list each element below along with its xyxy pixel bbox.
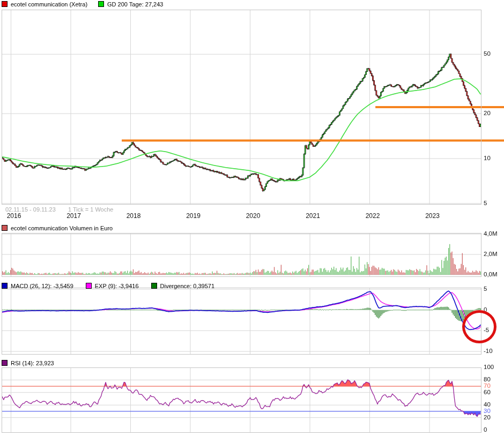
exp-label: EXP (9): -3,9416 bbox=[95, 283, 139, 289]
price-axis-tick: 10 bbox=[484, 155, 491, 161]
volume-panel-legend: ecotel communication Volumen in Euro bbox=[2, 224, 113, 231]
rsi-axis-tick: 40 bbox=[484, 401, 491, 408]
price-axis-tick: 20 bbox=[484, 110, 491, 116]
rsi-panel-legend: RSI (14): 23,923 bbox=[2, 359, 54, 366]
divergence-label: Divergence: 0,39571 bbox=[160, 283, 215, 289]
rsi-swatch-icon bbox=[2, 360, 8, 366]
gd200-legend: GD 200 Tage: 27,243 bbox=[98, 1, 163, 7]
rsi-axis-tick: 70 bbox=[484, 382, 491, 389]
x-axis-year: 2021 bbox=[306, 212, 320, 220]
exp-legend: EXP (9): -3,9416 bbox=[86, 283, 139, 289]
rsi-axis-tick: 0 bbox=[484, 426, 487, 433]
price-axis-tick: 50 bbox=[484, 50, 491, 57]
divergence-swatch-icon bbox=[151, 283, 157, 289]
gd200-label: GD 200 Tage: 27,243 bbox=[107, 1, 163, 7]
macd-axis-tick: -10 bbox=[484, 348, 493, 354]
volume-legend: ecotel communication Volumen in Euro bbox=[2, 225, 113, 231]
exp-swatch-icon bbox=[86, 283, 92, 289]
x-axis-year: 2016 bbox=[7, 212, 21, 220]
macd-legend: MACD (26, 12): -3,5459 bbox=[2, 283, 73, 289]
price-series-legend: ecotel communication (Xetra) bbox=[2, 1, 87, 7]
rsi-axis-tick: 20 bbox=[484, 414, 491, 420]
x-axis-year: 2019 bbox=[186, 212, 201, 220]
rsi-axis-tick: 30 bbox=[484, 408, 491, 414]
volume-axis-tick: 2,0M bbox=[484, 251, 498, 257]
gd200-swatch-icon bbox=[98, 1, 104, 7]
rsi-label: RSI (14): 23,923 bbox=[11, 360, 54, 366]
rsi-axis-tick: 60 bbox=[484, 389, 491, 395]
volume-axis-tick: 4,0M bbox=[484, 230, 498, 237]
red-circle-annotation bbox=[462, 310, 496, 343]
chart-page: ecotel communication (Xetra) GD 200 Tage… bbox=[0, 0, 504, 436]
price-series-label: ecotel communication (Xetra) bbox=[11, 1, 87, 7]
divergence-legend: Divergence: 0,39571 bbox=[151, 283, 215, 289]
price-series-swatch-icon bbox=[2, 1, 8, 7]
x-axis-year: 2017 bbox=[66, 212, 81, 220]
macd-label: MACD (26, 12): -3,5459 bbox=[11, 283, 73, 289]
rsi-legend: RSI (14): 23,923 bbox=[2, 360, 54, 366]
x-axis-year: 2022 bbox=[366, 212, 380, 220]
volume-swatch-icon bbox=[2, 225, 8, 231]
price-axis-tick: 5 bbox=[484, 200, 487, 206]
macd-axis-tick: 5 bbox=[484, 285, 487, 292]
x-axis-year: 2018 bbox=[127, 212, 141, 220]
rsi-axis-tick: 80 bbox=[484, 376, 491, 382]
rsi-axis-tick: 100 bbox=[484, 364, 494, 370]
x-axis-year: 2023 bbox=[425, 212, 440, 220]
volume-axis-tick: 0,0M bbox=[484, 271, 498, 277]
x-axis-year: 2020 bbox=[246, 212, 261, 220]
volume-label: ecotel communication Volumen in Euro bbox=[11, 225, 113, 231]
macd-panel-legend: MACD (26, 12): -3,5459 EXP (9): -3,9416 … bbox=[2, 282, 214, 289]
macd-swatch-icon bbox=[2, 283, 8, 289]
price-panel-legend: ecotel communication (Xetra) GD 200 Tage… bbox=[2, 1, 163, 7]
